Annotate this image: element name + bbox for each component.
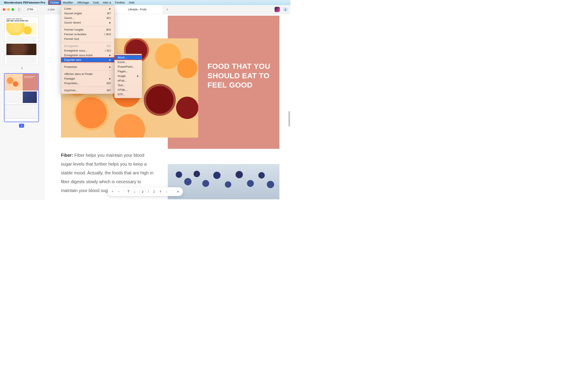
menu-item-exporter-vers[interactable]: Exporter vers▶ — [61, 57, 114, 62]
shortcut: ⌘T — [107, 12, 111, 15]
doc-body-label: Fiber: — [61, 153, 73, 158]
menu-item-afficher-finder[interactable]: Afficher dans le Finder — [61, 72, 114, 76]
tab-document-2[interactable]: Lifestyle - Fruits — [112, 5, 163, 14]
last-page-button[interactable] — [133, 190, 137, 193]
menu-item-partager[interactable]: Partager▶ — [61, 76, 114, 81]
thumbnail-page-1[interactable]: HOW TO EAT HEALTHY AND FEEL GOOD EVERY D… — [4, 17, 38, 65]
svg-point-2 — [285, 9, 286, 10]
shortcut: ⌘D — [106, 82, 111, 85]
thumb-image-icon — [23, 92, 37, 103]
menu-item-export-excel[interactable]: Excel... — [115, 60, 142, 64]
menu-item-fermer-fenetre[interactable]: Fermer la fenêtre⇧⌘W — [61, 32, 114, 37]
shortcut: ⌘S — [107, 44, 111, 48]
sidebar-toggle-button[interactable]: ⌄ — [18, 7, 24, 12]
menu-item-export-rtf[interactable]: RTF... — [115, 92, 142, 97]
menu-item-fermer-onglet[interactable]: Fermer l'onglet⌘W — [61, 27, 114, 32]
sidebar-icon — [18, 8, 21, 11]
menu-item-protection[interactable]: Protection▶ — [61, 65, 114, 69]
chevron-right-icon: ▶ — [109, 54, 111, 56]
thumb-text-placeholder — [6, 36, 36, 43]
thumbnail-number-2: 2 — [19, 124, 24, 128]
menu-item-creer[interactable]: Créer▶ — [61, 6, 114, 11]
shortcut: ⌘O — [106, 16, 111, 20]
new-tab-button[interactable]: + — [163, 5, 172, 14]
menu-item-enregistrer-sous[interactable]: Enregistrer sous...⇧⌘S — [61, 48, 114, 53]
menu-separator — [61, 63, 114, 64]
thumb-image-icon — [6, 23, 36, 35]
minimize-window-icon[interactable] — [7, 8, 10, 11]
thumb-text-placeholder — [5, 104, 38, 119]
thumbnail-number-1: 1 — [4, 67, 40, 70]
zoom-in-button[interactable]: ＋ — [111, 190, 115, 194]
chevron-right-icon: ▶ — [109, 77, 111, 80]
menu-item-ouvrir-recent[interactable]: Ouvrir récent▶ — [61, 20, 114, 25]
menu-item-export-html[interactable]: HTML... — [115, 87, 142, 92]
total-pages: 2 — [151, 190, 157, 193]
window-chrome: ⌄ 173% ⌄ e plan Lifestyle - Mountain Lif… — [0, 5, 290, 14]
thumb-banner: FOOD THAT YOU SHOULD EAT TO FEEL GOOD — [23, 74, 38, 91]
menu-separator — [61, 42, 114, 42]
menu-aide[interactable]: Aide — [127, 0, 137, 5]
page-navigator: ＋ − / 2 ✕ — [107, 187, 183, 196]
menu-item-export-powerpoint[interactable]: PowerPoint... — [115, 64, 142, 69]
prev-page-button[interactable] — [159, 190, 163, 193]
zoom-value: 173% — [27, 8, 33, 11]
close-pager-button[interactable]: ✕ — [176, 190, 180, 193]
menu-item-enregistrer-sous-autre[interactable]: Enregistrer sous Autre▶ — [61, 53, 114, 57]
current-page-input[interactable] — [139, 189, 146, 194]
tab-label: Lifestyle - Fruits — [128, 8, 147, 11]
app-name[interactable]: Wondershare PDFelement Pro — [4, 1, 45, 4]
menu-item-proprietes[interactable]: Propriétés...⌘D — [61, 81, 114, 85]
menu-fichier[interactable]: Fichier — [48, 0, 61, 5]
menu-item-nouvel-onglet[interactable]: Nouvel onglet⌘T — [61, 11, 114, 16]
menu-item-export-image[interactable]: Image▶ — [115, 74, 142, 78]
menu-item-export-epub[interactable]: ePub... — [115, 78, 142, 83]
chevron-right-icon: ▶ — [109, 59, 111, 61]
zoom-window-icon[interactable] — [12, 8, 14, 11]
thumb-text-placeholder — [6, 92, 22, 103]
menu-fenetre[interactable]: Fenêtre — [113, 0, 127, 5]
user-avatar[interactable] — [283, 7, 288, 12]
menu-item-imprimer[interactable]: Imprimer...⌘P — [61, 88, 114, 93]
brand-icon[interactable] — [275, 7, 280, 12]
scrollbar-thumb[interactable] — [288, 111, 290, 126]
menu-outil[interactable]: Outil — [91, 0, 101, 5]
zoom-selector[interactable]: 173% ⌄ — [25, 7, 37, 12]
close-window-icon[interactable] — [3, 8, 5, 11]
menu-separator — [61, 70, 114, 70]
chevron-right-icon: ▶ — [109, 21, 111, 24]
tab-document-0[interactable]: e plan — [42, 5, 61, 14]
menu-item-ouvrir[interactable]: Ouvrir...⌘O — [61, 16, 114, 20]
menu-affichage[interactable]: Affichage — [75, 0, 91, 5]
zoom-out-button[interactable]: − — [117, 190, 121, 193]
shortcut: ⌘W — [106, 28, 111, 31]
thumb-text-placeholder — [6, 56, 36, 64]
shortcut: ⌘P — [107, 89, 111, 92]
first-page-button[interactable] — [127, 190, 131, 193]
thumbnail-page-2[interactable]: FOOD THAT YOU SHOULD EAT TO FEEL GOOD — [4, 74, 38, 122]
shortcut: ⇧⌘W — [104, 33, 111, 36]
menu-item-fermer-tout[interactable]: Fermer tout — [61, 37, 114, 41]
menu-modifier[interactable]: Modifier — [61, 0, 75, 5]
chevron-down-icon: ⌄ — [34, 8, 36, 11]
svg-rect-0 — [18, 8, 21, 11]
thumb-image-icon — [6, 44, 36, 55]
doc-secondary-image — [168, 164, 279, 199]
chevron-down-icon: ⌄ — [22, 8, 24, 11]
chevron-right-icon: ▶ — [109, 66, 111, 68]
doc-body-paragraph: Fiber helps you maintain your blood suga… — [61, 153, 153, 193]
next-page-button[interactable] — [165, 190, 169, 193]
thumb-title-1b: AND FEEL GOOD EVERY DAY — [5, 20, 38, 23]
thumb-title-1a: HOW TO EAT HEALTHY — [5, 17, 38, 20]
traffic-lights — [3, 8, 14, 11]
thumbnail-sidebar: HOW TO EAT HEALTHY AND FEEL GOOD EVERY D… — [0, 14, 44, 200]
menu-item-export-word[interactable]: Word... — [115, 55, 142, 60]
menu-item-export-pages[interactable]: Pages... — [115, 69, 142, 74]
shortcut: ⇧⌘S — [105, 49, 111, 52]
page-separator: / — [148, 190, 149, 193]
menu-item-export-text[interactable]: Text... — [115, 83, 142, 87]
doc-hero-text: FOOD THAT YOU SHOULD EAT TO FEEL GOOD — [208, 61, 274, 90]
menu-item-enregistrer: Enregistrer⌘S — [61, 44, 114, 48]
menu-aller-a[interactable]: Aller à — [101, 0, 113, 5]
menu-dropdown-exporter: Word... Excel... PowerPoint... Pages... … — [114, 54, 142, 98]
